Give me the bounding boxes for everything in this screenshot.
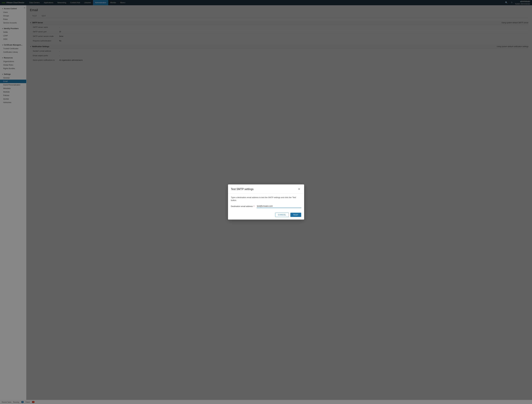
cancel-button[interactable]: CANCEL <box>275 213 289 217</box>
destination-email-label: Destination email address * <box>231 204 254 208</box>
modal-header: Test SMTP settings ✕ <box>228 184 304 193</box>
modal-body: Type a destination email address to test… <box>228 193 304 211</box>
modal-dialog: Test SMTP settings ✕ Type a destination … <box>228 184 304 220</box>
form-row: Destination email address * <box>231 204 301 208</box>
required-star: * <box>253 205 254 208</box>
modal-overlay: Test SMTP settings ✕ Type a destination … <box>0 0 532 404</box>
destination-email-input[interactable] <box>257 204 301 208</box>
modal-footer: CANCEL TEST <box>228 211 304 220</box>
test-button[interactable]: TEST <box>290 213 301 217</box>
modal-title: Test SMTP settings <box>231 188 254 191</box>
modal-close-button[interactable]: ✕ <box>297 187 301 191</box>
modal-description: Type a destination email address to test… <box>231 196 301 202</box>
